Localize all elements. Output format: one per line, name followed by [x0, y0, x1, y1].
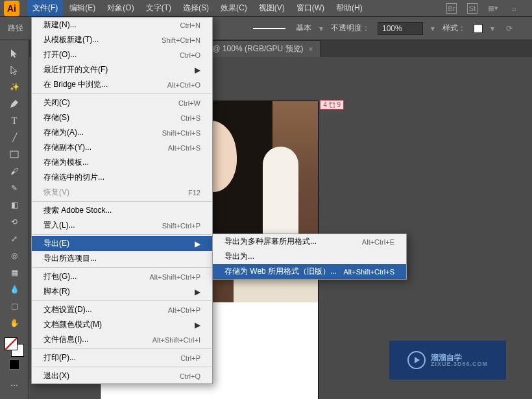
color-swatches[interactable]: [5, 337, 24, 357]
rectangle-tool[interactable]: [6, 147, 22, 162]
menu-item-label: 文件信息(I)...: [43, 334, 152, 345]
menu-item[interactable]: 文档设置(D)...Alt+Ctrl+P: [32, 302, 212, 317]
menu-view[interactable]: 视图(V): [254, 0, 290, 16]
menu-object[interactable]: 对象(O): [102, 0, 139, 16]
shape-builder-tool[interactable]: ◎: [6, 248, 22, 263]
path-label: 路径: [8, 23, 23, 34]
fill-swatch[interactable]: [5, 337, 18, 350]
tab-close-icon[interactable]: ×: [309, 45, 313, 54]
basic-style-label: 基本: [296, 23, 311, 34]
menu-shortcut: Shift+Ctrl+P: [162, 222, 200, 230]
file-menu-dropdown: 新建(N)...Ctrl+N从模板新建(T)...Shift+Ctrl+N打开(…: [31, 17, 213, 384]
menu-item-label: 存储为模板...: [43, 157, 200, 168]
menu-edit[interactable]: 编辑(E): [64, 0, 101, 16]
menu-item-label: 存储为(A)...: [43, 127, 162, 138]
menu-item-label: 新建(N)...: [43, 19, 180, 30]
menu-help[interactable]: 帮助(H): [331, 0, 368, 16]
menu-file[interactable]: 文件(F): [27, 0, 63, 16]
menu-item[interactable]: 退出(X)Ctrl+Q: [32, 369, 212, 383]
stock-icon[interactable]: St: [467, 3, 478, 14]
menu-select[interactable]: 选择(S): [178, 0, 214, 16]
style-label: 样式：: [442, 23, 466, 34]
hand-tool[interactable]: ✋: [6, 315, 22, 331]
stroke-preview[interactable]: [253, 28, 285, 29]
brand-text: 溜溜自学: [431, 354, 488, 361]
submenu-item[interactable]: 导出为...: [213, 249, 406, 264]
menu-shortcut: Shift+Ctrl+S: [162, 129, 200, 137]
menu-shortcut: Ctrl+P: [180, 354, 200, 362]
style-swatch[interactable]: [474, 24, 483, 33]
menu-item[interactable]: 新建(N)...Ctrl+N: [32, 18, 212, 32]
paintbrush-tool[interactable]: 🖌: [6, 163, 22, 179]
menu-item[interactable]: 从模板新建(T)...Shift+Ctrl+N: [32, 32, 212, 47]
menu-item[interactable]: 存储为(A)...Shift+Ctrl+S: [32, 125, 212, 140]
menu-item[interactable]: 打包(G)...Alt+Shift+Ctrl+P: [32, 269, 212, 284]
workspace-icon[interactable]: ▦▾: [488, 3, 498, 14]
menu-shortcut: Ctrl+N: [180, 21, 200, 29]
menu-shortcut: Alt+Ctrl+P: [168, 306, 200, 314]
app-icon: Ai: [4, 1, 19, 16]
menu-item[interactable]: 关闭(C)Ctrl+W: [32, 95, 212, 110]
opacity-label: 不透明度：: [331, 23, 370, 34]
menu-shortcut: Ctrl+O: [180, 51, 200, 59]
menu-item[interactable]: 导出所选项目...: [32, 251, 212, 266]
submenu-shortcut: Alt+Shift+Ctrl+S: [343, 268, 394, 276]
pen-tool[interactable]: [6, 96, 22, 112]
artboard-badge: 4 ⿻ 9: [320, 100, 344, 110]
menu-shortcut: Alt+Shift+Ctrl+P: [149, 273, 200, 281]
selection-tool[interactable]: [6, 45, 22, 61]
opacity-input[interactable]: [378, 22, 423, 35]
brand-watermark: 溜溜自学 ZIXUE.3D66.COM: [389, 341, 506, 380]
submenu-item[interactable]: 存储为 Web 所用格式（旧版）...Alt+Shift+Ctrl+S: [213, 264, 406, 279]
eyedropper-tool[interactable]: 💧: [6, 282, 22, 297]
artboard-tool[interactable]: ▢: [6, 298, 22, 314]
menu-item[interactable]: 存储选中的切片...: [32, 170, 212, 185]
menu-item-label: 关闭(C): [43, 97, 178, 108]
menu-item: 恢复(V)F12: [32, 185, 212, 200]
menu-item[interactable]: 在 Bridge 中浏览...Alt+Ctrl+O: [32, 77, 212, 92]
menu-type[interactable]: 文字(T): [141, 0, 176, 16]
menu-shortcut: Ctrl+W: [178, 99, 200, 107]
brand-sub: ZIXUE.3D66.COM: [431, 361, 488, 367]
menu-shortcut: Shift+Ctrl+N: [162, 36, 200, 44]
direct-selection-tool[interactable]: [6, 62, 22, 78]
submenu-item[interactable]: 导出为多种屏幕所用格式...Alt+Ctrl+E: [213, 234, 406, 249]
menu-window[interactable]: 窗口(W): [291, 0, 330, 16]
scale-tool[interactable]: ⤢: [6, 231, 22, 247]
menu-item-label: 搜索 Adobe Stock...: [43, 205, 200, 216]
menu-item-label: 打包(G)...: [43, 271, 149, 282]
menu-item[interactable]: 存储(S)Ctrl+S: [32, 110, 212, 125]
menu-item-label: 文档颜色模式(M): [43, 319, 195, 330]
menu-item[interactable]: 打印(P)...Ctrl+P: [32, 350, 212, 365]
menu-item-label: 恢复(V): [43, 187, 188, 198]
dots-icon[interactable]: ⋯: [6, 378, 22, 393]
bg-color[interactable]: [9, 359, 19, 370]
menu-effect[interactable]: 效果(C): [215, 0, 252, 16]
type-tool[interactable]: T: [6, 113, 22, 128]
menu-item-label: 导出所选项目...: [43, 253, 200, 264]
menu-item[interactable]: 导出(E)▶: [32, 236, 212, 251]
gradient-tool[interactable]: ▦: [6, 265, 22, 280]
menu-item-label: 导出(E): [43, 238, 195, 249]
menu-item[interactable]: 打开(O)...Ctrl+O: [32, 47, 212, 62]
eraser-tool[interactable]: ◧: [6, 197, 22, 213]
search-icon[interactable]: ⌕: [509, 3, 519, 14]
menu-shortcut: Ctrl+S: [180, 114, 200, 122]
menu-item[interactable]: 文档颜色模式(M)▶: [32, 317, 212, 332]
submenu-item-label: 存储为 Web 所用格式（旧版）...: [224, 266, 343, 277]
submenu-arrow-icon: ▶: [195, 66, 200, 75]
rotate-tool[interactable]: ⟲: [6, 214, 22, 230]
menu-item[interactable]: 存储副本(Y)...Alt+Ctrl+S: [32, 140, 212, 155]
menu-item[interactable]: 脚本(R)▶: [32, 284, 212, 299]
menu-item-label: 从模板新建(T)...: [43, 34, 162, 45]
menu-item[interactable]: 存储为模板...: [32, 155, 212, 170]
menu-item[interactable]: 搜索 Adobe Stock...: [32, 203, 212, 218]
menu-item[interactable]: 置入(L)...Shift+Ctrl+P: [32, 218, 212, 233]
magic-wand-tool[interactable]: ✨: [6, 79, 22, 95]
menu-item[interactable]: 文件信息(I)...Alt+Shift+Ctrl+I: [32, 332, 212, 347]
menu-item[interactable]: 最近打开的文件(F)▶: [32, 62, 212, 77]
pencil-tool[interactable]: ✎: [6, 180, 22, 196]
bridge-icon[interactable]: Br: [446, 3, 457, 14]
line-tool[interactable]: ╱: [6, 130, 22, 145]
menu-shortcut: Ctrl+Q: [180, 372, 200, 380]
